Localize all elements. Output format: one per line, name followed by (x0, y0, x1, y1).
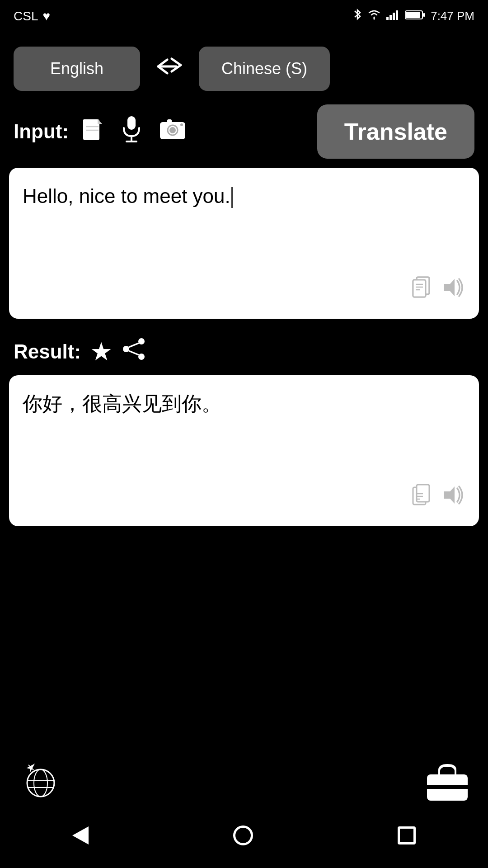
input-label-group: Input: (14, 112, 190, 151)
svg-rect-10 (83, 119, 98, 124)
language-row: English Chinese (S) (0, 28, 488, 100)
svg-rect-14 (127, 116, 136, 130)
svg-line-34 (129, 343, 139, 347)
svg-rect-0 (386, 17, 389, 20)
svg-marker-13 (98, 119, 102, 124)
speak-result-icon[interactable] (442, 484, 465, 513)
bluetooth-icon (353, 8, 362, 24)
app-travel-icon[interactable] (18, 756, 63, 810)
home-button[interactable] (215, 821, 271, 854)
copy-result-icon[interactable] (412, 484, 433, 513)
system-nav-bar (0, 814, 488, 868)
input-text-icons (23, 272, 465, 305)
result-text: 你好，很高兴见到你。 (23, 392, 221, 415)
bottom-nav (0, 747, 488, 868)
nav-icons-row (0, 747, 488, 814)
svg-rect-6 (423, 13, 425, 17)
home-icon (233, 826, 253, 845)
microphone-icon-button[interactable] (117, 112, 146, 151)
status-right: 7:47 PM (353, 8, 474, 24)
swap-languages-button[interactable] (149, 51, 190, 87)
heart-icon: ♥ (42, 9, 50, 24)
time-label: 7:47 PM (431, 9, 474, 23)
svg-rect-3 (396, 10, 398, 20)
target-language-button[interactable]: Chinese (S) (199, 47, 330, 91)
svg-rect-5 (406, 12, 420, 18)
svg-point-32 (138, 354, 145, 360)
camera-icon-button[interactable] (155, 114, 190, 149)
svg-point-19 (169, 127, 176, 133)
result-text-icons (23, 479, 465, 513)
input-label: Input: (14, 120, 69, 143)
toolbar-row: Input: (0, 100, 488, 168)
app-name-label: CSL (14, 9, 38, 24)
svg-rect-49 (427, 785, 468, 789)
speak-input-icon[interactable] (442, 276, 465, 305)
settings-briefcase-icon[interactable] (425, 762, 470, 804)
share-icon[interactable] (122, 338, 147, 366)
svg-rect-20 (167, 119, 172, 123)
svg-rect-2 (393, 13, 395, 20)
svg-point-43 (34, 769, 47, 797)
result-text-box: 你好，很高兴见到你。 (9, 375, 479, 526)
result-label: Result: (14, 340, 81, 363)
svg-line-35 (129, 351, 139, 355)
recents-icon (398, 826, 416, 844)
text-cursor (231, 187, 233, 208)
favorite-icon[interactable]: ★ (90, 337, 113, 366)
source-language-button[interactable]: English (14, 47, 140, 91)
paste-icon-button[interactable] (78, 112, 108, 151)
svg-point-33 (123, 346, 129, 352)
battery-icon (405, 9, 425, 23)
result-text-content: 你好，很高兴见到你。 (23, 389, 465, 479)
signal-icon (386, 9, 400, 23)
wifi-icon (367, 9, 381, 23)
input-text-content[interactable]: Hello, nice to meet you. (23, 181, 465, 272)
input-text-box: Hello, nice to meet you. (9, 168, 479, 319)
back-icon (72, 826, 89, 844)
status-bar: CSL ♥ (0, 0, 488, 28)
back-button[interactable] (54, 822, 107, 854)
svg-marker-30 (444, 279, 455, 296)
result-row: Result: ★ (0, 328, 488, 375)
copy-input-icon[interactable] (412, 276, 433, 305)
svg-rect-26 (413, 280, 426, 297)
recents-button[interactable] (380, 822, 434, 854)
status-left: CSL ♥ (14, 9, 50, 24)
svg-rect-1 (389, 15, 392, 20)
svg-point-42 (27, 769, 54, 797)
svg-marker-41 (444, 486, 455, 504)
translate-button[interactable]: Translate (317, 104, 474, 159)
svg-point-31 (138, 338, 145, 344)
svg-point-21 (180, 123, 183, 126)
